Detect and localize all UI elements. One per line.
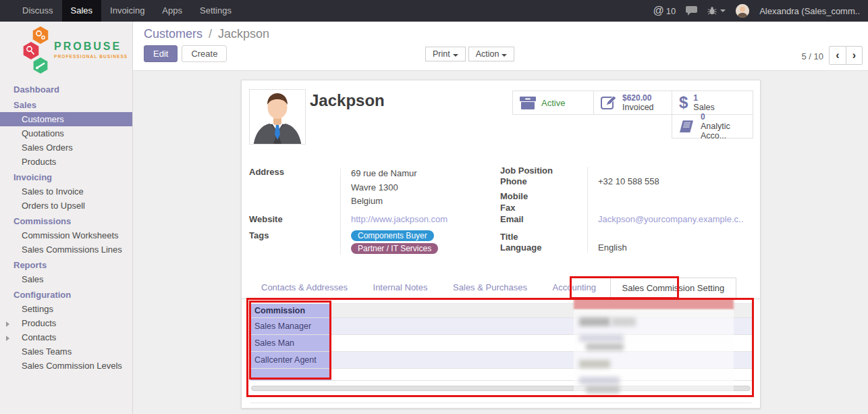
logo-subtitle: PROFESSIONAL BUSINESS bbox=[54, 54, 128, 59]
menu-apps[interactable]: Apps bbox=[153, 0, 191, 22]
debug-caret-icon bbox=[720, 9, 726, 12]
at-icon: @ bbox=[653, 5, 663, 17]
redacted-blob bbox=[612, 317, 636, 326]
tab-accounting[interactable]: Accounting bbox=[541, 278, 607, 299]
customer-photo[interactable] bbox=[249, 89, 306, 145]
phone-label: Phone bbox=[500, 176, 587, 188]
create-button[interactable]: Create bbox=[182, 45, 227, 62]
pager-next-button[interactable]: › bbox=[846, 47, 862, 64]
email-link[interactable]: Jackpson@yourcompany.example.c.. bbox=[598, 214, 743, 224]
fax-label: Fax bbox=[500, 203, 587, 214]
tab-internal-notes[interactable]: Internal Notes bbox=[362, 278, 439, 299]
edit-button[interactable]: Edit bbox=[144, 45, 178, 62]
commission-level-cell[interactable]: Sales Manager bbox=[250, 318, 331, 334]
sidebar-item-config-products[interactable]: Products bbox=[0, 316, 132, 330]
action-dropdown[interactable]: Action bbox=[468, 47, 515, 61]
sidebar-item-quotations[interactable]: Quotations bbox=[0, 126, 132, 140]
tab-sales-commission-setting[interactable]: Sales Commission Setting bbox=[610, 278, 737, 299]
expand-chevron-icon[interactable] bbox=[6, 336, 9, 341]
sidebar-header-invoicing[interactable]: Invoicing bbox=[0, 169, 132, 184]
app-window: Discuss Sales Invoicing Apps Settings @ … bbox=[0, 0, 868, 414]
customer-name-title: Jackpson bbox=[310, 91, 385, 110]
archive-box-icon bbox=[520, 95, 536, 110]
field-divider bbox=[587, 167, 588, 253]
top-navbar: Discuss Sales Invoicing Apps Settings @ … bbox=[0, 0, 868, 22]
sidebar-header-reports[interactable]: Reports bbox=[0, 257, 132, 272]
print-caret-icon bbox=[453, 54, 458, 57]
address-street: 69 rue de Namur bbox=[351, 167, 417, 181]
sidebar-item-sales-commissions-lines[interactable]: Sales Commissions Lines bbox=[0, 242, 132, 257]
sidebar-header-commissions[interactable]: Commissions bbox=[0, 213, 132, 228]
action-caret-icon bbox=[501, 54, 507, 57]
table-foot-line bbox=[250, 403, 752, 403]
sidebar-item-products[interactable]: Products bbox=[0, 155, 132, 169]
notebook-tabs: Contacts & Addresses Internal Notes Sale… bbox=[242, 278, 760, 299]
field-group-right: Job Position Phone+32 10 588 558 Mobile … bbox=[500, 165, 751, 254]
tab-sales-purchases[interactable]: Sales & Purchases bbox=[441, 278, 539, 299]
invoiced-stat-button[interactable]: $620.00 Invoiced bbox=[593, 90, 672, 115]
menu-sales[interactable]: Sales bbox=[62, 0, 102, 22]
phone-value: +32 10 588 558 bbox=[587, 176, 659, 188]
title-label: Title bbox=[500, 232, 587, 242]
tag-partner-it-services[interactable]: Partner / IT Services bbox=[351, 243, 438, 254]
sidebar-item-sales-to-invoice[interactable]: Sales to Invoice bbox=[0, 184, 132, 199]
sidebar-header-configuration[interactable]: Configuration bbox=[0, 286, 132, 302]
action-label: Action bbox=[476, 49, 499, 59]
commission-level-header[interactable]: Commission Level bbox=[250, 304, 331, 317]
commission-level-cell[interactable]: Sales Man bbox=[250, 335, 331, 351]
sidebar-item-sales-teams[interactable]: Sales Teams bbox=[0, 344, 132, 359]
sidebar-item-commission-worksheets[interactable]: Commission Worksheets bbox=[0, 228, 132, 242]
sidebar-item-reports-sales[interactable]: Sales bbox=[0, 272, 132, 286]
analytic-stat-button[interactable]: 0 Analytic Acco... bbox=[672, 114, 753, 138]
active-stat-button[interactable]: Active bbox=[512, 90, 594, 115]
mobile-label: Mobile bbox=[500, 191, 587, 203]
print-label: Print bbox=[433, 49, 450, 59]
user-name[interactable]: Alexandra (Sales_comm.. bbox=[759, 6, 860, 16]
tags-label: Tags bbox=[249, 230, 340, 256]
sales-count-value: 1 bbox=[693, 93, 714, 103]
redacted-blob bbox=[586, 343, 624, 351]
expand-chevron-icon[interactable] bbox=[6, 321, 9, 327]
sidebar-header-dashboard[interactable]: Dashboard bbox=[0, 81, 132, 97]
redacted-blob bbox=[586, 386, 620, 393]
redacted-region bbox=[574, 299, 734, 400]
redacted-blob bbox=[579, 360, 610, 368]
sidebar-item-sales-orders[interactable]: Sales Orders bbox=[0, 140, 132, 155]
mentions-counter[interactable]: @ 10 bbox=[653, 5, 676, 17]
field-divider bbox=[340, 168, 341, 255]
tag-components-buyer[interactable]: Components Buyer bbox=[351, 230, 434, 241]
content-area: Jackpson Active $620.00 Invoiced bbox=[133, 71, 868, 414]
pager-counter: 5 / 10 bbox=[801, 51, 823, 61]
menu-settings[interactable]: Settings bbox=[191, 0, 240, 22]
sidebar-item-sales-commission-levels[interactable]: Sales Commission Levels bbox=[0, 359, 132, 373]
sidebar-item-customers[interactable]: Customers bbox=[0, 112, 132, 126]
fax-value bbox=[587, 203, 598, 214]
website-link[interactable]: http://www.jackpson.com bbox=[351, 214, 447, 224]
sidebar-item-settings[interactable]: Settings bbox=[0, 302, 132, 316]
menu-discuss[interactable]: Discuss bbox=[13, 0, 62, 22]
address-city: Wavre 1300 bbox=[351, 181, 417, 195]
user-avatar[interactable] bbox=[736, 4, 749, 18]
invoiced-label: Invoiced bbox=[622, 103, 654, 112]
breadcrumb: Customers / Jackpson bbox=[144, 27, 269, 41]
redacted-blob bbox=[579, 334, 624, 342]
website-label: Website bbox=[249, 214, 340, 224]
empty-first-cell bbox=[250, 369, 331, 380]
messages-icon[interactable] bbox=[686, 6, 697, 16]
stat-buttons: Active $620.00 Invoiced $ 1 Sales bbox=[512, 90, 753, 139]
breadcrumb-customers-link[interactable]: Customers bbox=[144, 27, 202, 41]
debug-bug-icon[interactable] bbox=[707, 6, 726, 16]
logo-title: PROBUSE bbox=[54, 41, 121, 53]
print-dropdown[interactable]: Print bbox=[425, 47, 466, 61]
sales-stat-button[interactable]: $ 1 Sales bbox=[672, 90, 753, 115]
sidebar-item-config-contacts[interactable]: Contacts bbox=[0, 330, 132, 344]
sidebar: PROBUSE PROFESSIONAL BUSINESS Dashboard … bbox=[0, 22, 133, 414]
sidebar-header-sales[interactable]: Sales bbox=[0, 97, 132, 112]
pager-previous-button[interactable]: ‹ bbox=[830, 47, 846, 64]
sidebar-item-orders-to-upsell[interactable]: Orders to Upsell bbox=[0, 199, 132, 213]
menu-invoicing[interactable]: Invoicing bbox=[101, 0, 153, 22]
tab-contacts-addresses[interactable]: Contacts & Addresses bbox=[250, 278, 359, 299]
commission-level-cell[interactable]: Callcenter Agent bbox=[250, 352, 331, 368]
address-label: Address bbox=[249, 167, 340, 209]
email-label: Email bbox=[500, 214, 587, 226]
